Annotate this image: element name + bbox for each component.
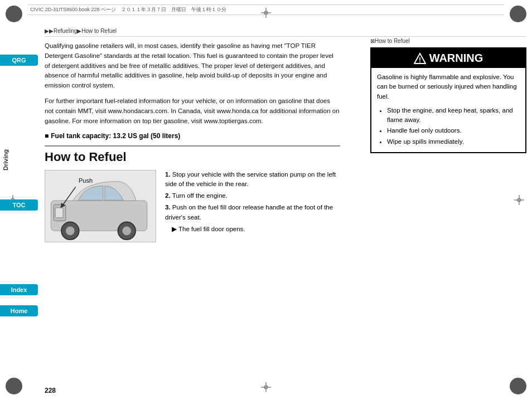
warning-title: WARNING [429,52,483,65]
warning-bullet-1: Stop the engine, and keep heat, sparks, … [387,106,520,125]
refuel-content: Push [45,170,340,242]
step-3-sub: ▶ The fuel fill door opens. [172,225,340,234]
car-illustration [45,170,156,242]
right-column: ⊠How to Refuel ! WARNING Gasoline is hig… [370,38,526,153]
driving-label: Driving [2,149,9,170]
warning-bullet-2: Handle fuel only outdoors. [387,126,520,135]
warning-body: Gasoline is highly flammable and explosi… [371,68,525,152]
svg-text:!: ! [419,56,421,64]
page-title: How to Refuel [45,145,340,164]
fuel-tank-note: Fuel tank capacity: 13.2 US gal (50 lite… [45,132,340,140]
sidebar-tab-index[interactable]: Index [0,284,38,295]
warning-box: ! WARNING Gasoline is highly flammable a… [370,47,526,153]
top-bar: CIVIC 2D-31ITS8600.book 228 ページ ２０１１年３月７… [28,4,504,15]
svg-point-16 [122,226,131,235]
crosshair-bottom [261,382,271,392]
svg-point-14 [66,226,75,235]
sidebar-tab-toc[interactable]: TOC [0,199,38,211]
step-1: 1. Stop your vehicle with the service st… [165,170,340,189]
warning-bullet-3: Wipe up spills immediately. [387,137,520,147]
body-paragraph-2: For further important fuel-related infor… [45,96,340,126]
warning-bullets: Stop the engine, and keep heat, sparks, … [377,106,520,147]
svg-rect-18 [55,207,63,217]
step-2: 2. Turn off the engine. [165,191,340,201]
corner-decoration-tr [510,6,526,22]
step-3: 3. Push on the fuel fill door release ha… [165,203,340,222]
sidebar-tab-home[interactable]: Home [0,305,38,316]
warning-intro: Gasoline is highly flammable and explosi… [377,72,520,101]
breadcrumb: ▶▶Refueling▶How to Refuel [45,28,526,37]
warning-triangle-icon: ! [414,52,426,65]
car-image-box: Push [45,170,156,242]
sidebar-tab-qrg[interactable]: QRG [0,55,38,66]
right-breadcrumb: ⊠How to Refuel [370,38,526,44]
page-number: 228 [45,387,56,394]
warning-header: ! WARNING [371,48,525,68]
body-paragraph-1: Qualifying gasoline retailers will, in m… [45,41,340,91]
steps-list: 1. Stop your vehicle with the service st… [165,170,340,237]
